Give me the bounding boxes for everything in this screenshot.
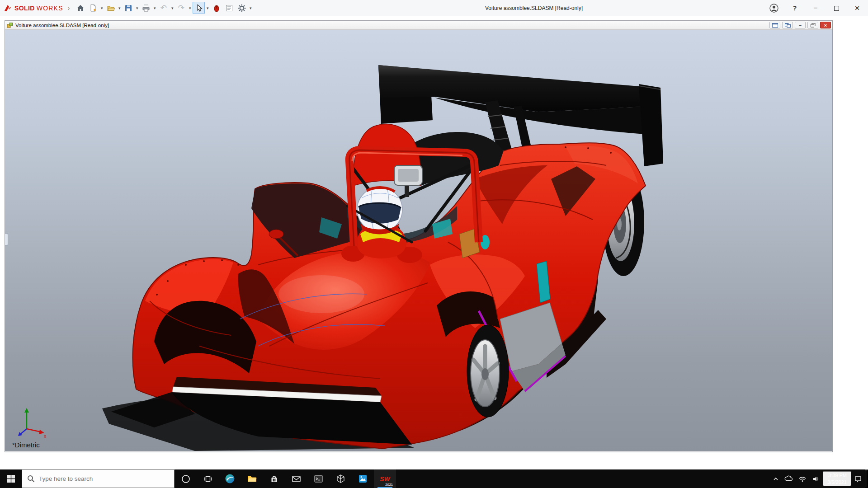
file-explorer-button[interactable] — [241, 469, 263, 488]
undo-icon: ↶ — [160, 4, 167, 12]
minimize-icon: − — [813, 4, 817, 12]
select-cursor-icon — [194, 4, 203, 13]
mouse-gestures-button[interactable] — [210, 2, 222, 14]
home-icon — [76, 4, 85, 13]
photos-icon — [358, 474, 368, 484]
wifi-icon — [798, 475, 807, 483]
start-button[interactable] — [0, 469, 22, 488]
save-button[interactable] — [122, 2, 134, 14]
app-close-button[interactable]: × — [852, 2, 863, 14]
taskbar-clock[interactable]: 3:39 PM 3/5/2021 — [823, 471, 851, 486]
volume-tray-button[interactable] — [809, 469, 823, 488]
app-window-title: Voiture assomblee.SLDASM [Read-only] — [485, 0, 583, 16]
account-icon — [769, 3, 779, 13]
file-properties-icon — [225, 4, 234, 13]
help-icon: ? — [793, 5, 797, 12]
brand-expand-arrow[interactable]: › — [68, 5, 70, 12]
document-title: Voiture assomblee.SLDASM [Read-only] — [15, 23, 109, 28]
undo-button[interactable]: ↶ — [157, 2, 170, 14]
file-properties-button[interactable] — [223, 2, 235, 14]
account-button[interactable] — [769, 2, 779, 14]
open-button[interactable] — [104, 2, 117, 14]
cortana-button[interactable] — [175, 469, 197, 488]
open-dropdown[interactable]: ▾ — [117, 6, 122, 10]
doc-restore-icon — [811, 23, 816, 28]
clock-date: 3/5/2021 — [827, 479, 847, 485]
network-tray-button[interactable] — [796, 469, 809, 488]
quick-access-toolbar: ▾ ▾ ▾ ▾ ↶ ▾ ↷ ▾ — [74, 2, 253, 14]
mouse-gestures-icon — [212, 4, 221, 13]
new-document-icon — [89, 4, 98, 13]
cube-3d-icon — [335, 474, 346, 484]
solidworks-logo-icon — [4, 4, 13, 12]
help-button[interactable]: ? — [789, 2, 800, 14]
brand-works: WORKS — [37, 5, 63, 12]
brand-solid: SOLID — [14, 5, 35, 12]
redo-icon: ↷ — [178, 4, 184, 12]
options-dropdown[interactable]: ▾ — [248, 6, 253, 10]
left-rear-wheel — [467, 325, 509, 417]
chevron-up-icon — [773, 476, 779, 482]
doc-tile-window-button[interactable] — [782, 22, 793, 28]
cortana-icon — [181, 474, 190, 483]
store-button[interactable] — [263, 469, 285, 488]
doc-new-window-button[interactable] — [769, 22, 780, 28]
select-tool-dropdown[interactable]: ▾ — [205, 6, 210, 10]
view-orientation-label: *Dimetric — [12, 441, 40, 449]
redo-button[interactable]: ↷ — [175, 2, 187, 14]
print-dropdown[interactable]: ▾ — [152, 6, 157, 10]
clock-time: 3:39 PM — [828, 472, 847, 479]
doc-restore-button[interactable] — [807, 22, 818, 28]
app-window-controls: ? − × — [769, 0, 863, 16]
car-assembly-model[interactable] — [5, 30, 832, 451]
show-desktop-button[interactable] — [865, 469, 868, 488]
taskbar-search[interactable] — [22, 469, 175, 488]
action-center-button[interactable] — [851, 469, 865, 488]
tray-overflow-button[interactable] — [770, 469, 782, 488]
window-icon — [772, 23, 778, 28]
mail-button[interactable] — [285, 469, 307, 488]
system-tray: 3:39 PM 3/5/2021 — [770, 469, 868, 488]
new-document-dropdown[interactable]: ▾ — [99, 6, 104, 10]
solidworks-taskbar-button[interactable]: SW 2021 — [374, 469, 396, 488]
doc-minimize-button[interactable]: − — [795, 22, 806, 28]
speaker-icon — [812, 475, 820, 483]
photos-button[interactable] — [352, 469, 374, 488]
doc-close-button[interactable]: × — [820, 22, 831, 28]
print-icon — [142, 4, 151, 13]
action-center-icon — [854, 475, 862, 483]
viewer-3d-button[interactable] — [330, 469, 352, 488]
options-button[interactable] — [236, 2, 248, 14]
home-button[interactable] — [74, 2, 86, 14]
graphics-viewport[interactable]: x *Dimetric — [5, 30, 832, 451]
select-tool-button[interactable] — [193, 2, 205, 14]
search-input[interactable] — [39, 475, 161, 482]
document-window-controls: − × — [769, 22, 831, 28]
edge-browser-button[interactable] — [219, 469, 241, 488]
windows-logo-icon — [7, 475, 15, 483]
task-view-button[interactable] — [197, 469, 219, 488]
document-titlebar[interactable]: Voiture assomblee.SLDASM [Read-only] − — [5, 21, 832, 30]
app-maximize-button[interactable] — [831, 2, 842, 14]
assembly-document-icon — [7, 22, 13, 28]
terminal-icon — [313, 474, 324, 484]
search-icon — [27, 475, 35, 483]
app-minimize-button[interactable]: − — [810, 2, 821, 14]
cloud-icon — [784, 474, 793, 483]
solidworks-logo: SOLIDWORKS — [4, 4, 63, 12]
close-icon: × — [854, 3, 859, 13]
store-icon — [269, 474, 279, 483]
onedrive-tray-button[interactable] — [782, 469, 796, 488]
solidworks-year-badge: 2021 — [385, 483, 393, 487]
windows-taskbar: SW 2021 3:39 P — [0, 469, 868, 488]
print-button[interactable] — [140, 2, 152, 14]
driver-helmet — [357, 187, 402, 235]
terminal-button[interactable] — [307, 469, 330, 488]
save-dropdown[interactable]: ▾ — [135, 6, 139, 10]
new-document-button[interactable] — [87, 2, 99, 14]
feature-tree-splitter[interactable] — [5, 233, 8, 246]
maximize-icon — [834, 6, 839, 11]
solidworks-taskbar-icon: SW — [380, 475, 390, 483]
redo-dropdown[interactable]: ▾ — [188, 6, 192, 10]
undo-dropdown[interactable]: ▾ — [170, 6, 175, 10]
